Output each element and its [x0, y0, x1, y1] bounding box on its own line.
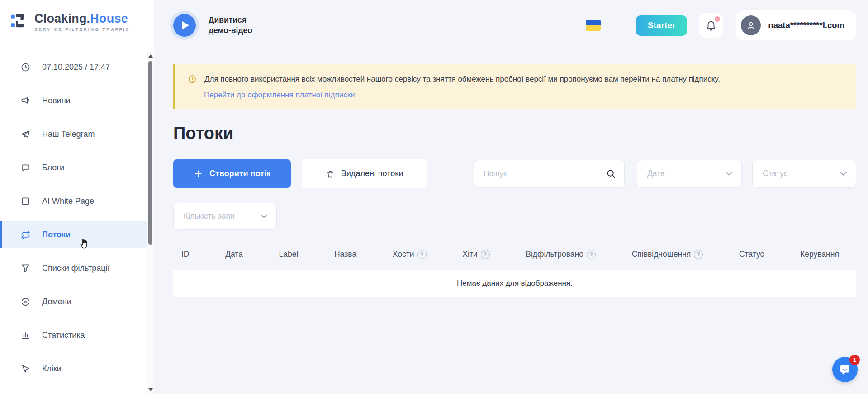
sidebar-item-ai-white-page[interactable]: AI White Page	[0, 188, 154, 215]
plan-button[interactable]: Starter	[636, 15, 687, 36]
sidebar-item-clicks[interactable]: Кліки	[0, 356, 154, 382]
cursor-icon	[20, 364, 31, 374]
plus-icon	[194, 169, 203, 178]
trash-icon	[326, 169, 335, 178]
user-menu[interactable]: naata**********l.com	[736, 10, 856, 40]
toolbar: Створити потік Видалені потоки Дата Стат…	[173, 159, 856, 188]
demo-video-button[interactable]: Дивитися демо-відео	[173, 14, 252, 37]
logo-subtitle: SERVICE FILTERING TRAFFIC	[34, 27, 130, 32]
warning-icon	[187, 74, 197, 84]
main-content: Дивитися демо-відео Starter naata*******…	[154, 0, 868, 394]
trial-warning-banner: Для повного використання всіх можливосте…	[173, 64, 856, 109]
date-filter-select[interactable]: Дата	[637, 160, 742, 188]
chevron-down-icon	[840, 172, 847, 176]
page-icon	[20, 196, 31, 207]
notification-dot	[715, 16, 720, 22]
sidebar-item-statistics[interactable]: Статистика	[0, 322, 154, 349]
sidebar-item-news[interactable]: Новини	[0, 87, 154, 114]
sidebar-item-blogs[interactable]: Блоги	[0, 154, 154, 181]
language-flag-icon[interactable]	[586, 20, 601, 31]
logo[interactable]: Cloaking.House SERVICE FILTERING TRAFFIC	[0, 0, 154, 32]
search-icon[interactable]	[606, 168, 616, 179]
sidebar-item-datetime[interactable]: 07.10.2025 / 17:47	[0, 54, 154, 81]
chat-bubble-icon	[20, 163, 31, 173]
column-hosts: Хости?	[393, 250, 427, 259]
domain-icon: w	[20, 297, 31, 307]
scrollbar-thumb[interactable]	[148, 61, 152, 245]
column-name: Назва	[334, 250, 356, 259]
search-box	[474, 160, 625, 188]
play-icon	[173, 14, 196, 37]
help-icon[interactable]: ?	[587, 250, 596, 259]
column-actions: Керування	[800, 250, 839, 259]
demo-video-label: Дивитися демо-відео	[209, 15, 252, 36]
bar-chart-icon	[20, 330, 31, 341]
column-label: Label	[279, 250, 299, 259]
per-page-select[interactable]: Кількість запи	[173, 203, 277, 230]
clock-icon	[20, 62, 31, 72]
chat-launcher-icon	[838, 363, 852, 376]
scrollbar-down-arrow[interactable]	[148, 388, 153, 391]
chevron-down-icon	[726, 172, 732, 176]
logo-title: Cloaking.House	[34, 12, 130, 25]
help-icon[interactable]: ?	[694, 250, 703, 259]
user-email: naata**********l.com	[768, 20, 844, 30]
person-icon	[745, 19, 757, 31]
upgrade-link[interactable]: Перейти до оформлення платної підписки	[204, 91, 355, 100]
create-stream-button[interactable]: Створити потік	[173, 159, 291, 188]
column-filtered: Відфільтровано?	[526, 250, 596, 259]
sidebar: Cloaking.House SERVICE FILTERING TRAFFIC…	[0, 0, 154, 394]
scrollbar-up-arrow[interactable]	[148, 54, 153, 58]
help-icon[interactable]: ?	[481, 250, 490, 259]
search-input[interactable]	[484, 169, 606, 178]
megaphone-icon	[20, 96, 31, 106]
table-empty-state: Немає даних для відображення.	[173, 270, 856, 297]
streams-icon	[20, 230, 31, 240]
chat-launcher-button[interactable]: 1	[832, 357, 858, 382]
column-hits: Хіти?	[462, 250, 489, 259]
column-id: ID	[181, 250, 190, 259]
sidebar-item-streams[interactable]: Потоки	[0, 221, 154, 248]
chevron-down-icon	[261, 214, 267, 218]
sidebar-item-telegram[interactable]: Наш Telegram	[0, 121, 154, 148]
sidebar-scrollbar[interactable]	[147, 52, 154, 394]
funnel-icon	[20, 263, 31, 274]
per-page-row: Кількість запи	[173, 203, 856, 230]
page-title: Потоки	[173, 124, 856, 143]
chat-unread-badge: 1	[849, 355, 860, 365]
topbar: Дивитися демо-відео Starter naata*******…	[173, 0, 856, 51]
sidebar-nav: 07.10.2025 / 17:47 Новини Наш Telegram Б…	[0, 54, 154, 382]
avatar	[741, 15, 761, 35]
column-ratio: Співвідношення?	[632, 250, 703, 259]
table-header: ID Дата Label Назва Хости? Хіти? Відфіль…	[173, 250, 856, 259]
svg-text:w: w	[24, 300, 27, 304]
banner-message: Для повного використання всіх можливосте…	[204, 73, 720, 85]
column-date: Дата	[225, 250, 243, 259]
status-filter-select[interactable]: Статус	[752, 160, 856, 188]
logo-icon	[11, 12, 28, 29]
deleted-streams-button[interactable]: Видалені потоки	[302, 159, 427, 188]
sidebar-item-filter-lists[interactable]: Списки фільтрації	[0, 255, 154, 282]
telegram-icon	[20, 129, 31, 139]
notifications-button[interactable]	[699, 13, 723, 38]
help-icon[interactable]: ?	[417, 250, 427, 259]
sidebar-item-domains[interactable]: w Домени	[0, 288, 154, 315]
column-status: Статус	[739, 250, 764, 259]
